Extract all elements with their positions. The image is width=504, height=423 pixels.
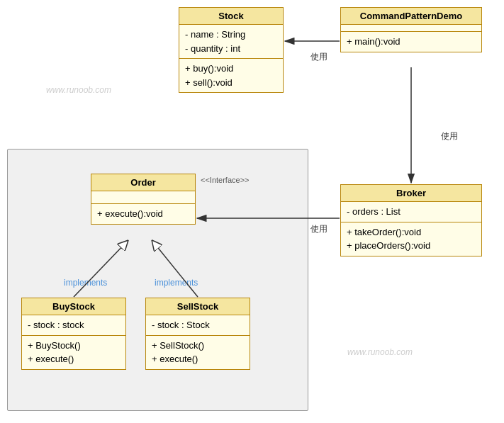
- class-cpd-header: CommandPatternDemo: [341, 8, 481, 25]
- sellstock-method-1: + SellStock(): [152, 339, 244, 353]
- sellstock-method-2: + execute(): [152, 352, 244, 366]
- class-stock-methods: + buy():void + sell():void: [179, 59, 283, 92]
- class-order: Order + execute():void: [91, 174, 196, 225]
- class-buystock-header: BuyStock: [22, 298, 125, 315]
- class-sellstock-attributes: - stock : Stock: [146, 315, 250, 336]
- stock-attr-1: - name : String: [185, 28, 277, 42]
- uses-label-2: 使用: [441, 130, 458, 142]
- class-broker-methods: + takeOrder():void + placeOrders():void: [341, 222, 481, 256]
- class-stock-title: Stock: [218, 11, 243, 21]
- broker-method-1: + takeOrder():void: [347, 225, 476, 239]
- uses-label-3: 使用: [310, 223, 327, 235]
- class-stock-header: Stock: [179, 8, 283, 25]
- class-sellstock: SellStock - stock : Stock + SellStock() …: [145, 298, 250, 370]
- class-sellstock-methods: + SellStock() + execute(): [146, 336, 250, 369]
- watermark-2: www.runoob.com: [347, 347, 413, 357]
- class-cpd-methods: + main():void: [341, 32, 481, 52]
- interface-label: <<Interface>>: [201, 176, 250, 184]
- buystock-attr-1: - stock : stock: [28, 318, 120, 332]
- class-buystock: BuyStock - stock : stock + BuyStock() + …: [21, 298, 126, 370]
- class-broker-header: Broker: [341, 185, 481, 202]
- class-buystock-attributes: - stock : stock: [22, 315, 125, 336]
- class-cpd-attributes: [341, 25, 481, 32]
- watermark-1: www.runoob.com: [46, 85, 111, 95]
- class-sellstock-title: SellStock: [177, 301, 219, 312]
- broker-attr-1: - orders : List: [347, 205, 476, 219]
- sellstock-attr-1: - stock : Stock: [152, 318, 244, 332]
- class-order-header: Order: [91, 174, 195, 191]
- broker-method-2: + placeOrders():void: [347, 239, 476, 253]
- stock-attr-2: - quantity : int: [185, 42, 277, 56]
- class-order-title: Order: [130, 177, 155, 188]
- diagram-area: www.runoob.com www.runoob.com Stock - na…: [0, 0, 504, 423]
- class-stock: Stock - name : String - quantity : int +…: [179, 7, 284, 93]
- class-broker-attributes: - orders : List: [341, 202, 481, 222]
- class-stock-attributes: - name : String - quantity : int: [179, 25, 283, 59]
- implements-label-1: implements: [64, 278, 107, 288]
- cpd-method-1: + main():void: [347, 35, 476, 49]
- stock-method-1: + buy():void: [185, 62, 277, 76]
- class-cpd-title: CommandPatternDemo: [360, 11, 462, 21]
- buystock-method-1: + BuyStock(): [28, 339, 120, 353]
- uses-label-1: 使用: [310, 51, 327, 63]
- order-method-1: + execute():void: [97, 207, 189, 221]
- buystock-method-2: + execute(): [28, 352, 120, 366]
- class-sellstock-header: SellStock: [146, 298, 250, 315]
- class-buystock-title: BuyStock: [52, 301, 95, 312]
- implements-label-2: implements: [155, 278, 198, 288]
- class-buystock-methods: + BuyStock() + execute(): [22, 336, 125, 369]
- class-order-methods: + execute():void: [91, 204, 195, 224]
- class-command-pattern-demo: CommandPatternDemo + main():void: [340, 7, 482, 52]
- class-broker: Broker - orders : List + takeOrder():voi…: [340, 184, 482, 256]
- stock-method-2: + sell():void: [185, 76, 277, 90]
- class-broker-title: Broker: [396, 188, 426, 198]
- class-order-attributes: [91, 191, 195, 204]
